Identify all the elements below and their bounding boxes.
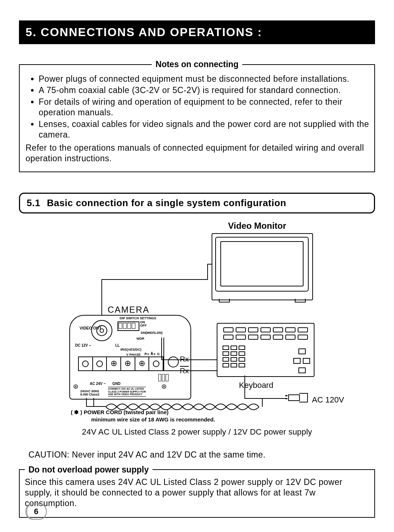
video-cable (101, 279, 208, 280)
iris-label: IRIS(AES/DC) (120, 348, 142, 351)
notes-after-text: Refer to the operations manuals of conne… (26, 143, 370, 164)
comm-terminal-icon (158, 374, 169, 381)
screw-icon (73, 383, 79, 389)
camera-power-lead (262, 398, 263, 407)
overload-legend: Do not overload power supply (25, 465, 152, 475)
power-cable (244, 375, 245, 399)
ac120v-label: AC 120V (312, 395, 344, 405)
rating-box-label: CONNECT 24V AC UL LISTED CLASS 2 POWER S… (108, 387, 146, 396)
power-cable (244, 398, 285, 399)
rating-label: 24VAC 60Hz 6.0W Class2 (80, 390, 100, 397)
rs485-cable (161, 338, 162, 359)
caution-text: CAUTION: Never input 24V AC and 12V DC a… (28, 450, 375, 460)
camera-label: CAMERA (108, 305, 150, 315)
ac24v-label: AC 24V ~ (90, 382, 106, 386)
video-cable (207, 264, 212, 265)
video-cable (101, 279, 102, 316)
camera-power-lead (86, 398, 87, 407)
terminal-block-icon (78, 356, 163, 371)
overload-warning-box: Do not overload power supply Since this … (19, 465, 375, 518)
notes-bullet: A 75-ohm coaxial cable (3C-2V or 5C-2V) … (39, 85, 370, 96)
screw-icon (161, 383, 167, 389)
subsection-title: Basic connection for a single system con… (47, 197, 286, 208)
notes-bullet: For details of wiring and operation of e… (39, 97, 370, 118)
wdr-label: WDR (136, 337, 144, 340)
dip-switch-icon (117, 321, 139, 331)
notes-bullet: Power plugs of connected equipment must … (39, 74, 370, 84)
notes-on-connecting-box: Notes on connecting Power plugs of conne… (19, 59, 375, 172)
rs485-cable (161, 359, 217, 360)
ac-plug-icon (288, 393, 310, 401)
on-off-label: ON OFF (140, 321, 147, 328)
notes-bullet: Lenses, coaxial cables for video signals… (39, 119, 370, 140)
keyboard-unit-icon (217, 323, 314, 377)
subsection-number: 5.1 (27, 197, 40, 208)
rs485-cable (163, 370, 217, 371)
gnd-label: GND (112, 382, 120, 386)
power-cord-note: ( ✽ ) POWER CORD (twisted pair line) (71, 409, 169, 416)
overload-text: Since this camera uses 24V AC UL Listed … (25, 477, 369, 509)
rx-rxbar-g-label: Rx R̄x G (144, 352, 160, 356)
dc12v-label: DC 12V ⎓ (75, 343, 91, 347)
dip-switch-label: DIP SWITCH SETTINGS (120, 316, 156, 320)
camera-back-panel-icon: VIDEO OUT DIP SWITCH SETTINGS ON OFF DN(… (69, 315, 191, 400)
rs485-cable (163, 338, 164, 370)
camera-power-lead (93, 398, 94, 406)
video-monitor-icon (212, 233, 313, 300)
bnc-connector-icon (91, 320, 112, 341)
dn-label: DN(MID/S.DN) (141, 331, 163, 335)
connection-diagram: Video Monitor CAMERA VIDEO OUT DIP SWITC… (40, 221, 354, 425)
notes-legend: Notes on connecting (152, 59, 242, 69)
video-monitor-label: Video Monitor (228, 221, 286, 231)
vphase-dial-icon (168, 356, 179, 367)
section-title: CONNECTIONS AND OPERATIONS : (41, 26, 262, 39)
page-number: 6 (26, 504, 47, 520)
ll-label: LL (115, 343, 120, 347)
vphase-label: V PHASE (126, 353, 141, 356)
section-header: 5. CONNECTIONS AND OPERATIONS : (19, 20, 375, 44)
video-cable (207, 264, 208, 280)
subsection-header: 5.1 Basic connection for a single system… (19, 193, 375, 213)
camera-power-lead (86, 406, 106, 407)
power-supply-line: 24V AC UL Listed Class 2 power supply / … (19, 427, 375, 437)
awg-note: minimum wire size of 18 AWG is recommend… (91, 416, 215, 423)
section-number: 5. (26, 26, 37, 39)
